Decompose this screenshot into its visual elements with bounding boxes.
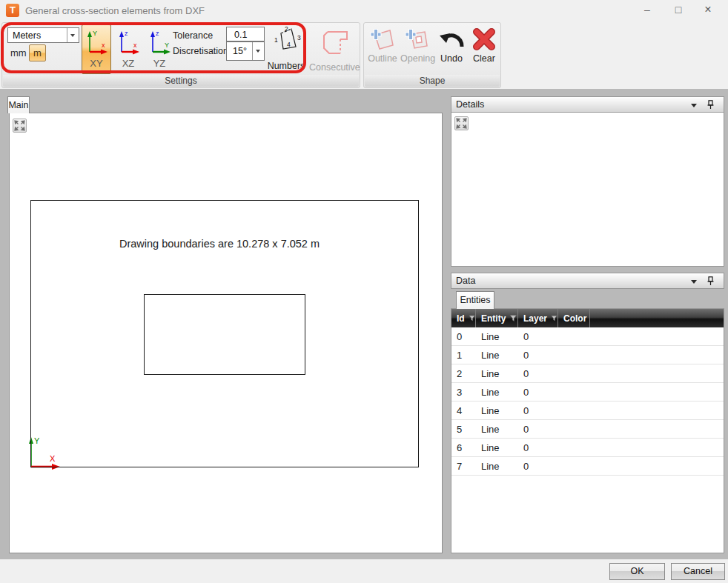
settings-group: Meters mm m Y x XY: [1, 22, 360, 88]
table-row[interactable]: 5Line0: [451, 420, 724, 439]
drawing-canvas[interactable]: Drawing boundaries are 10.278 x 7.052 m …: [9, 113, 443, 553]
cell-layer: 0: [518, 387, 558, 398]
svg-text:1: 1: [274, 36, 278, 44]
app-icon: T: [6, 4, 19, 17]
outline-icon: [369, 26, 396, 53]
cell-id: 6: [451, 442, 476, 453]
dxf-rectangle: [144, 294, 305, 375]
cell-layer: 0: [518, 350, 558, 361]
unit-mm-label[interactable]: mm: [10, 47, 27, 59]
outline-button[interactable]: Outline: [366, 24, 399, 66]
table-row[interactable]: 6Line0: [451, 439, 724, 457]
plane-xz-label: XZ: [114, 58, 142, 69]
axis-xy-icon: Y x: [84, 28, 109, 56]
units-value: Meters: [8, 28, 67, 42]
discretisation-dropdown[interactable]: 15°: [226, 41, 265, 61]
numbers-label: Numbers: [267, 61, 305, 71]
units-dropdown[interactable]: Meters: [7, 27, 79, 43]
outline-label: Outline: [366, 53, 399, 64]
close-button[interactable]: ×: [695, 0, 721, 21]
expand-arrows-icon: [455, 117, 468, 130]
cancel-button[interactable]: Cancel: [671, 563, 725, 580]
table-row[interactable]: 4Line0: [451, 402, 724, 420]
details-panel-body: [451, 113, 724, 267]
zoom-extents-button[interactable]: [13, 119, 27, 133]
data-panel-header[interactable]: Data: [451, 273, 724, 289]
column-header-id[interactable]: Id: [451, 309, 476, 327]
axis-xz-icon: z x: [116, 28, 141, 56]
svg-text:Y: Y: [93, 30, 97, 37]
cell-entity: Line: [476, 350, 518, 361]
unit-m-button[interactable]: m: [29, 44, 46, 61]
expand-arrows-icon: [13, 119, 26, 132]
cell-entity: Line: [476, 461, 518, 472]
cell-layer: 0: [518, 461, 558, 472]
filter-icon[interactable]: [551, 314, 557, 323]
column-header-color[interactable]: Color: [558, 309, 590, 327]
plane-xz-button[interactable]: z x XZ: [113, 24, 143, 74]
undo-button[interactable]: Undo: [436, 24, 467, 66]
minimize-button[interactable]: –: [635, 0, 660, 21]
cell-layer: 0: [518, 368, 558, 379]
filter-icon[interactable]: [509, 314, 517, 323]
cell-layer: 0: [518, 442, 558, 453]
details-panel-title: Details: [456, 99, 484, 110]
footer-bar: OK Cancel: [0, 559, 728, 583]
data-panel-title: Data: [456, 276, 475, 286]
clear-button[interactable]: Clear: [469, 24, 500, 66]
filter-icon[interactable]: [469, 314, 475, 323]
settings-group-label: Settings: [3, 75, 359, 87]
details-panel-header[interactable]: Details: [451, 96, 724, 113]
ok-button[interactable]: OK: [609, 563, 665, 580]
column-header-entity[interactable]: Entity: [476, 309, 518, 327]
svg-text:z: z: [125, 30, 128, 37]
table-row[interactable]: 1Line0: [451, 346, 724, 364]
cell-id: 7: [451, 461, 476, 472]
shape-group-label: Shape: [365, 75, 500, 87]
cell-id: 3: [451, 387, 476, 398]
chevron-down-icon[interactable]: [691, 280, 697, 284]
tolerance-input[interactable]: [226, 27, 265, 41]
cell-entity: Line: [476, 368, 518, 379]
opening-button[interactable]: Opening: [400, 24, 434, 66]
cell-entity: Line: [476, 387, 518, 398]
table-row[interactable]: 3Line0: [451, 383, 724, 402]
opening-icon: [404, 26, 431, 53]
svg-text:Y: Y: [165, 41, 169, 49]
cell-entity: Line: [476, 405, 518, 416]
details-zoom-extents-button[interactable]: [454, 116, 469, 130]
numbers-button[interactable]: 1 2 3 4 Numbers: [267, 24, 305, 73]
cell-id: 2: [451, 368, 476, 379]
cell-layer: 0: [518, 405, 558, 416]
dropdown-arrow-icon: [252, 42, 264, 60]
pin-icon[interactable]: [707, 100, 715, 110]
dialog-window: T General cross-section elements from DX…: [0, 0, 728, 583]
svg-text:2: 2: [285, 25, 288, 33]
column-header-layer[interactable]: Layer: [518, 309, 558, 327]
svg-text:3: 3: [297, 34, 301, 41]
chevron-down-icon[interactable]: [691, 104, 697, 107]
entities-table-header: Id Entity Layer Color: [451, 309, 724, 327]
shape-group: Outline Opening Undo: [363, 22, 501, 88]
table-row[interactable]: 2Line0: [451, 364, 724, 383]
maximize-button[interactable]: □: [666, 0, 691, 21]
dropdown-arrow-icon: [67, 28, 79, 42]
table-row[interactable]: 7Line0: [451, 457, 724, 476]
window-title: General cross-section elements from DXF: [25, 5, 205, 16]
entities-table-body: 0Line01Line02Line03Line04Line05Line06Lin…: [451, 327, 724, 476]
cell-layer: 0: [518, 424, 558, 435]
cell-layer: 0: [518, 331, 558, 342]
consecutive-button[interactable]: Consecutive: [309, 24, 360, 75]
pin-icon[interactable]: [707, 276, 715, 286]
discretisation-label: Discretisation: [173, 46, 228, 56]
consecutive-shape-icon: [316, 27, 353, 59]
plane-yz-button[interactable]: z Y YZ: [145, 24, 174, 74]
axis-yz-icon: z Y: [147, 28, 172, 56]
tab-entities[interactable]: Entities: [456, 291, 494, 309]
table-row[interactable]: 0Line0: [451, 327, 724, 346]
undo-icon: [437, 28, 466, 53]
plane-xy-button[interactable]: Y x XY: [82, 24, 111, 74]
plane-xy-label: XY: [82, 58, 110, 69]
tab-main[interactable]: Main: [7, 96, 30, 113]
title-bar: T General cross-section elements from DX…: [0, 0, 728, 21]
